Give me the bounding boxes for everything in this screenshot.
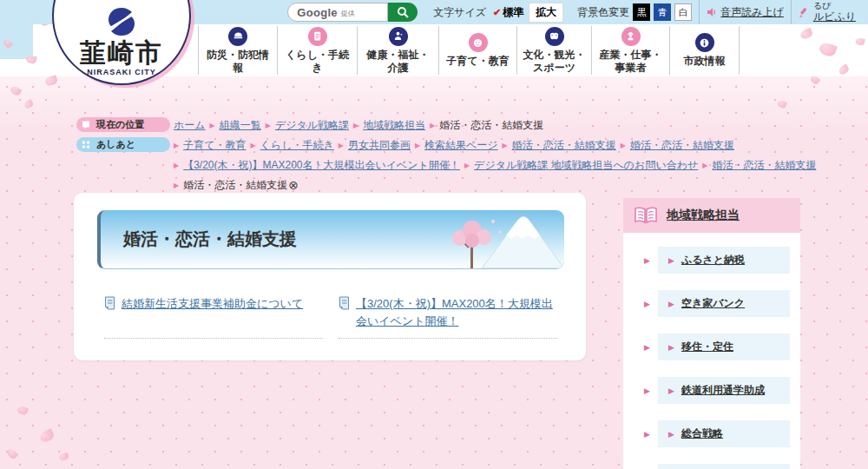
bg-change-label: 背景色変更 [577,5,629,20]
sidebar-item-furusato[interactable]: ふるさと納税 [658,247,790,274]
sidebar-item-akiya[interactable]: 空き家バンク [658,290,790,317]
arrow-icon [702,162,707,169]
arrow-icon [644,386,650,395]
nav-item-bousai[interactable]: 防災・防犯情報 [198,26,278,75]
page-background: Google 提供 文字サイズ ✔ 標準 拡大 背景色変更 黒 青 白 [0,0,868,469]
related-links: 結婚新生活支援事業補助金について 【3/20(木・祝)】MAX200名！大規模出… [104,295,557,339]
arrow-icon [644,343,650,352]
petal-decoration [777,99,787,109]
petal-decoration [6,447,19,460]
arrow-icon [503,142,508,149]
tts-link[interactable]: 音声読み上げ [720,5,784,20]
petal-decoration [16,405,29,416]
arrow-icon [464,162,470,169]
info-icon [695,33,714,52]
history-link[interactable]: 婚活・恋活・結婚支援 [630,139,734,151]
bg-blue-button[interactable]: 青 [654,3,671,21]
main-navigation: 防災・防犯情報 くらし・手続き 健康・福祉・介護 子育て・教育 文化・観光・スポ… [198,26,740,75]
sidebar-item-sogosenryaku[interactable]: 総合戦略 [658,420,790,447]
search-input[interactable]: Google 提供 [287,3,388,22]
ruby-link[interactable]: ルビふり [813,11,856,23]
search-button[interactable] [388,3,418,22]
breadcrumb-link[interactable]: 地域戦略担当 [363,119,425,131]
sidebar-header[interactable]: 地域戦略担当 [623,198,800,233]
sidebar-title: 地域戦略担当 [667,208,740,223]
breadcrumb-location-row: ホーム組織一覧デジタル戦略課地域戦略担当婚活・恋活・結婚支援 [174,116,797,135]
arrow-icon [174,182,179,189]
arrow-icon [644,300,650,308]
article-link-subsidy[interactable]: 結婚新生活支援事業補助金について [104,295,323,314]
pencil-icon [799,7,810,18]
open-book-icon [634,206,658,225]
history-link[interactable]: 婚活・恋活・結婚支援 [512,139,616,151]
arrow-icon [644,430,650,439]
petal-decoration [23,99,35,109]
article-link-event[interactable]: 【3/20(木・祝)】MAX200名！大規模出会いイベント開催！ [339,295,557,329]
sidebar-item-tetsudo[interactable]: 鉄道利用通学助成 [658,377,790,404]
petal-decoration [58,452,69,461]
breadcrumb-link[interactable]: デジタル戦略課 [275,119,349,131]
history-link[interactable]: 子育て・教育 [183,139,246,151]
arrow-icon [210,122,215,129]
page-icon [339,296,350,314]
sidebar-item-ijyu[interactable]: 移住・定住 [658,334,790,360]
arrow-icon [174,142,179,149]
history-link[interactable]: 男女共同参画 [348,139,411,151]
history-link[interactable]: デジタル戦略課 地域戦略担当へのお問い合わせ [474,159,698,171]
location-icon [81,120,91,130]
city-name-en: NIRASAKI CITY [87,68,156,76]
list-item: 【3/20(木・祝)】MAX200名！大規模出会いイベント開催！ [339,295,557,339]
history-link[interactable]: 婚活・恋活・結婚支援 [712,159,816,171]
history-link[interactable]: 検索結果ページ [424,139,498,151]
speaker-icon [707,7,717,17]
search-icon [397,6,409,18]
main-content-panel: 婚活・恋活・結婚支援 [74,193,586,360]
footsteps-icon [81,140,91,150]
sidebar-item-partial[interactable] [658,464,790,469]
page-title-banner: 婚活・恋活・結婚支援 [97,210,564,269]
arrow-icon [668,430,674,439]
arrow-icon [668,300,674,308]
culture-masks-icon [545,27,564,46]
baby-icon [469,33,488,52]
arrow-icon [668,343,674,352]
breadcrumb-current: 婚活・恋活・結婚支援 [439,119,543,131]
bg-white-button[interactable]: 白 [674,3,692,21]
nav-item-kosodate[interactable]: 子育て・教育 [439,26,517,75]
arrow-icon [668,386,674,395]
font-standard-button[interactable]: ✔ 標準 [493,5,523,20]
arrow-icon [621,142,626,149]
arrow-icon [430,122,435,129]
font-large-button[interactable]: 拡大 [529,3,563,23]
arrow-icon [353,122,358,129]
current-location-badge: 現在の位置 [76,117,170,132]
arrow-icon [415,142,420,149]
font-size-label: 文字サイズ [433,5,486,20]
arrow-icon [174,162,179,169]
history-link[interactable]: 【3/20(木・祝)】MAX200名！大規模出会いイベント開催！ [183,159,460,171]
breadcrumb-link[interactable]: 組織一覧 [220,119,261,131]
petal-decoration [44,75,58,86]
nav-item-kurashi[interactable]: くらし・手続き [278,26,358,75]
bg-black-button[interactable]: 黒 [633,3,650,21]
breadcrumb-link[interactable]: ホーム [174,119,206,131]
helmet-icon [228,27,247,46]
city-name: 韮崎市 [80,39,163,67]
history-badge: あしあと [76,137,170,152]
history-row-2: 【3/20(木・祝)】MAX200名！大規模出会いイベント開催！デジタル戦略課 … [174,155,797,175]
history-current: 婚活・恋活・結婚支援 [183,179,287,191]
nav-item-sangyou[interactable]: 産業・仕事・事業者 [592,26,670,75]
care-person-icon [389,27,408,46]
nav-item-bunka[interactable]: 文化・観光・スポーツ [517,26,592,75]
arrow-icon [250,142,255,149]
nav-item-shisei[interactable]: 市政情報 [670,26,740,75]
nav-item-kenkou[interactable]: 健康・福祉・介護 [358,26,439,75]
check-icon: ✔ [493,7,501,18]
document-icon [308,27,327,46]
petal-decoration [10,84,23,96]
history-link[interactable]: くらし・手続き [260,139,334,151]
arrow-icon [644,256,650,265]
history-row-1: 子育て・教育くらし・手続き男女共同参画検索結果ページ婚活・恋活・結婚支援婚活・恋… [174,135,797,155]
close-icon[interactable] [288,175,299,195]
sidebar: 地域戦略担当 ふるさと納税 空き家バンク 移住・定住 鉄道利用通学助成 [623,198,800,469]
